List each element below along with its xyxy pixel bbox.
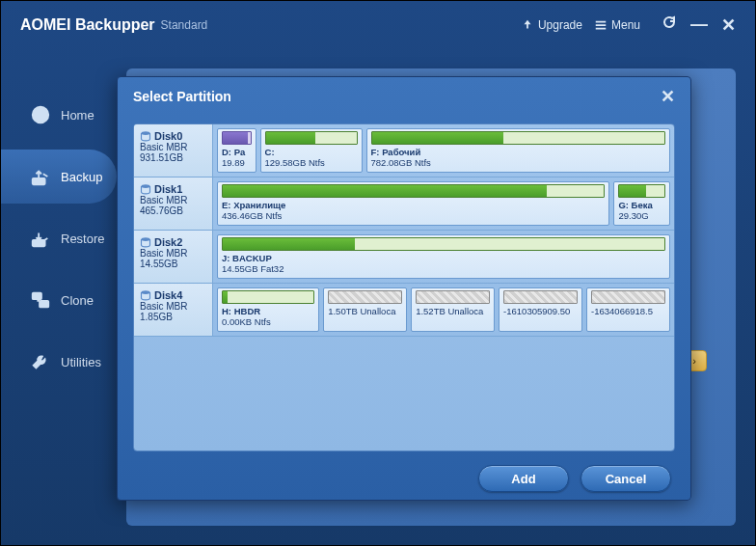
- app-title: AOMEI Backupper: [20, 16, 155, 34]
- disk-row: Disk0Basic MBR931.51GBD: Pa19.89C:129.58…: [134, 124, 674, 177]
- partition-size: 436.46GB Ntfs: [222, 210, 605, 221]
- svg-point-5: [142, 131, 150, 135]
- menu-label: Menu: [611, 18, 640, 32]
- restore-icon: [30, 228, 51, 249]
- partition-label: G: Бека: [618, 200, 665, 210]
- disk-info: Disk0Basic MBR931.51GB: [134, 124, 213, 177]
- sidebar-item-backup[interactable]: Backup: [1, 150, 117, 204]
- disk-name: Disk0: [140, 130, 206, 142]
- usage-bar: [328, 290, 402, 304]
- partition[interactable]: F: Рабочий782.08GB Ntfs: [366, 128, 670, 173]
- disk-icon: [140, 289, 151, 301]
- usage-bar: [222, 237, 665, 251]
- usage-bar: [371, 131, 665, 145]
- disk-info: Disk1Basic MBR465.76GB: [134, 177, 213, 230]
- disk-size: 465.76GB: [140, 205, 206, 216]
- partition-size: 129.58GB Ntfs: [265, 157, 358, 168]
- sidebar-item-clone[interactable]: Clone: [1, 273, 117, 327]
- svg-rect-4: [40, 301, 48, 307]
- partition-size: 782.08GB Ntfs: [371, 157, 665, 168]
- partition[interactable]: D: Pa19.89: [217, 128, 256, 173]
- partition-size: 0.00KB Ntfs: [222, 316, 314, 327]
- app-edition: Standard: [161, 18, 208, 32]
- partition-label: F: Рабочий: [371, 147, 665, 157]
- sidebar-item-label: Restore: [61, 232, 105, 246]
- refresh-button[interactable]: [662, 14, 677, 36]
- dialog-close-button[interactable]: ✕: [661, 86, 675, 107]
- partition-size: 1.52TB Unalloca: [416, 306, 490, 316]
- dialog-header: Select Partition ✕: [118, 77, 690, 116]
- partition-size: 1.50TB Unalloca: [328, 306, 402, 316]
- partition[interactable]: G: Бека29.30G: [613, 181, 670, 226]
- disk-row: Disk2Basic MBR14.55GBJ: BACKUP14.55GB Fa…: [134, 231, 674, 284]
- sidebar-item-utilities[interactable]: Utilities: [1, 335, 117, 389]
- partition-container: D: Pa19.89C:129.58GB NtfsF: Рабочий782.0…: [213, 124, 674, 177]
- partition[interactable]: C:129.58GB Ntfs: [260, 128, 363, 173]
- disk-type: Basic MBR: [140, 301, 206, 312]
- disk-row: Disk4Basic MBR1.85GBH: HBDR0.00KB Ntfs1.…: [134, 284, 674, 337]
- partition[interactable]: 1.52TB Unalloca: [411, 287, 495, 332]
- disk-size: 14.55GB: [140, 259, 206, 269]
- partition[interactable]: -1610305909.50: [499, 287, 582, 332]
- usage-bar: [591, 290, 665, 304]
- menu-icon: [594, 18, 608, 32]
- usage-bar: [265, 131, 358, 145]
- svg-rect-1: [33, 178, 45, 184]
- disk-type: Basic MBR: [140, 142, 206, 152]
- sidebar: Home Backup Restore Clone Utilities: [1, 88, 117, 396]
- partition-container: E: Хранилище436.46GB NtfsG: Бека29.30G: [213, 177, 674, 230]
- disk-name: Disk1: [140, 183, 206, 195]
- clone-icon: [30, 289, 51, 311]
- disk-type: Basic MBR: [140, 248, 206, 259]
- partition[interactable]: J: BACKUP14.55GB Fat32: [217, 234, 670, 279]
- sidebar-item-restore[interactable]: Restore: [1, 211, 117, 265]
- upgrade-icon: [521, 18, 534, 32]
- usage-bar: [222, 131, 252, 145]
- disk-name: Disk2: [140, 236, 206, 248]
- partition-container: J: BACKUP14.55GB Fat32: [213, 231, 674, 283]
- chevron-right-icon: ›: [692, 355, 696, 367]
- sidebar-item-home[interactable]: Home: [1, 88, 117, 142]
- partition[interactable]: 1.50TB Unalloca: [323, 287, 407, 332]
- partition-label: H: HBDR: [222, 306, 314, 316]
- partition-size: 19.89: [222, 157, 252, 168]
- disk-info: Disk2Basic MBR14.55GB: [134, 231, 213, 283]
- usage-bar: [503, 290, 578, 304]
- close-button[interactable]: ✕: [721, 14, 736, 36]
- usage-bar: [416, 290, 490, 304]
- usage-bar: [618, 184, 665, 198]
- select-partition-dialog: Select Partition ✕ Disk0Basic MBR931.51G…: [117, 76, 691, 501]
- partition[interactable]: E: Хранилище436.46GB Ntfs: [217, 181, 609, 226]
- minimize-button[interactable]: —: [690, 14, 708, 36]
- disk-list: Disk0Basic MBR931.51GBD: Pa19.89C:129.58…: [133, 123, 675, 451]
- titlebar: AOMEI Backupper Standard Upgrade Menu — …: [1, 1, 755, 49]
- menu-button[interactable]: Menu: [594, 18, 640, 32]
- partition-size: -1610305909.50: [503, 306, 578, 316]
- svg-rect-3: [33, 293, 41, 299]
- add-button[interactable]: Add: [478, 465, 569, 492]
- partition-label: C:: [265, 147, 358, 157]
- backup-icon: [30, 166, 51, 187]
- partition-label: D: Pa: [222, 147, 252, 157]
- disk-info: Disk4Basic MBR1.85GB: [134, 284, 213, 336]
- partition-container: H: HBDR0.00KB Ntfs1.50TB Unalloca1.52TB …: [213, 284, 674, 336]
- disk-icon: [140, 236, 151, 248]
- partition-label: E: Хранилище: [222, 200, 605, 210]
- usage-bar: [222, 184, 605, 198]
- partition[interactable]: H: HBDR0.00KB Ntfs: [217, 287, 319, 332]
- partition[interactable]: -1634066918.5: [586, 287, 670, 332]
- svg-point-6: [142, 184, 150, 188]
- app-window: AOMEI Backupper Standard Upgrade Menu — …: [0, 0, 756, 546]
- svg-point-8: [142, 290, 150, 294]
- dialog-title: Select Partition: [133, 89, 231, 104]
- disk-size: 1.85GB: [140, 312, 206, 322]
- svg-point-7: [142, 237, 150, 241]
- cancel-button[interactable]: Cancel: [580, 465, 671, 492]
- upgrade-button[interactable]: Upgrade: [521, 18, 582, 32]
- partition-label: J: BACKUP: [222, 253, 665, 263]
- disk-type: Basic MBR: [140, 195, 206, 205]
- disk-size: 931.51GB: [140, 152, 206, 163]
- sidebar-item-label: Clone: [61, 293, 94, 308]
- sidebar-item-label: Backup: [61, 170, 102, 184]
- sidebar-item-label: Utilities: [61, 355, 101, 369]
